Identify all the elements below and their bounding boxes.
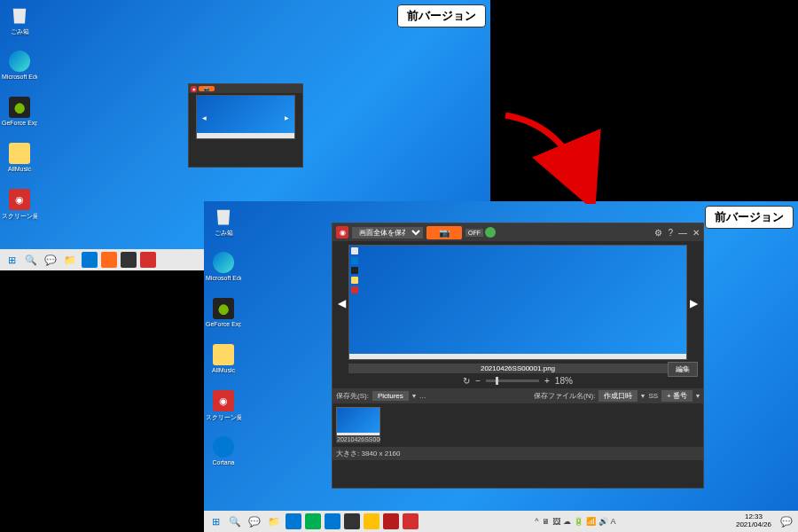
taskbar-app[interactable] xyxy=(286,513,301,529)
taskbar[interactable]: ⊞🔍💬📁^🖥🖼☁🔋📶🔊A12:332021/04/26💬 xyxy=(204,511,798,532)
desktop-icons: ごみ箱Microsoft Edge⬤GeForce ExperienceAllM… xyxy=(208,206,239,475)
desktop-icon-trash[interactable]: ごみ箱 xyxy=(4,4,35,43)
taskbar-app[interactable] xyxy=(305,513,321,529)
desktop-icon-cortana[interactable]: Cortana xyxy=(208,436,239,475)
taskbar-app[interactable] xyxy=(101,252,117,268)
prev-icon[interactable]: ◀ xyxy=(199,111,210,124)
taskbar-icon[interactable]: 🔍 xyxy=(227,513,243,529)
version-badge: 前バージョン xyxy=(705,206,794,229)
taskbar-app[interactable] xyxy=(140,252,156,268)
app-logo-icon: ◉ xyxy=(336,226,348,239)
taskbar-app[interactable] xyxy=(121,252,137,268)
preview-area: ◀ ▶ xyxy=(196,95,295,139)
desktop-icon-folder[interactable]: AllMusic xyxy=(208,344,239,383)
edit-button[interactable]: 編集 xyxy=(668,362,698,377)
taskbar-app[interactable] xyxy=(364,513,379,529)
record-icon xyxy=(485,227,496,238)
taskbar-app[interactable] xyxy=(325,513,340,529)
suffix-select[interactable]: + 番号 xyxy=(661,390,692,402)
app-titlebar[interactable]: ◉ 📷 xyxy=(189,84,302,93)
desktop-icon-edge[interactable]: Microsoft Edge xyxy=(208,252,239,291)
filename-label: 20210426SS00001.png xyxy=(348,364,687,373)
arrow-icon xyxy=(497,106,603,204)
clock[interactable]: 12:332021/04/26 xyxy=(732,513,775,529)
next-icon[interactable]: ▶ xyxy=(281,111,293,124)
desktop-icon-nvidia[interactable]: ⬤GeForce Experience xyxy=(4,97,35,136)
help-icon[interactable]: ? xyxy=(668,228,673,238)
version-badge: 前バージョン xyxy=(397,4,486,27)
next-icon[interactable]: ▶ xyxy=(686,293,701,313)
preview-area xyxy=(348,245,687,360)
desktop-icon-trash[interactable]: ごみ箱 xyxy=(208,206,239,245)
save-bar: 保存先(S): Pictures ▾… 保存ファイル名(N): 作成日時 ▾ S… xyxy=(332,388,703,403)
taskbar-app[interactable] xyxy=(82,252,98,268)
zoom-controls: ↻ − + 18% xyxy=(332,373,703,388)
taskbar-icon[interactable]: 📁 xyxy=(266,513,282,529)
zoom-out-icon[interactable]: − xyxy=(475,376,481,386)
screenshot-after: 前バージョン ごみ箱Microsoft Edge⬤GeForce Experie… xyxy=(204,201,798,532)
app-titlebar[interactable]: ◉ 画面全体を保存 📷 OFF ⚙ ? — ✕ xyxy=(332,223,703,241)
taskbar-app[interactable] xyxy=(403,513,419,529)
capture-button[interactable]: 📷 xyxy=(199,86,215,91)
desktop-icons: ごみ箱Microsoft Edge⬤GeForce ExperienceAllM… xyxy=(4,4,35,228)
zoom-in-icon[interactable]: + xyxy=(544,376,550,386)
taskbar-icon[interactable]: 📁 xyxy=(62,252,78,268)
thumbnail-strip: 20210426SS00001.png xyxy=(332,403,703,447)
gear-icon[interactable]: ⚙ xyxy=(654,228,662,238)
desktop-icon-nvidia[interactable]: ⬤GeForce Experience xyxy=(208,298,239,337)
prev-icon[interactable]: ◀ xyxy=(334,293,349,313)
taskbar-icon[interactable]: 💬 xyxy=(43,252,59,268)
taskbar-app[interactable] xyxy=(383,513,399,529)
minimize-icon[interactable]: — xyxy=(678,228,687,238)
zoom-slider[interactable] xyxy=(486,379,539,382)
zoom-pct: 18% xyxy=(555,376,573,386)
taskbar-icon[interactable]: 🔍 xyxy=(23,252,39,268)
capture-button[interactable]: 📷 xyxy=(426,226,462,239)
start-button[interactable]: ⊞ xyxy=(4,252,20,268)
system-tray[interactable]: ^🖥🖼☁🔋📶🔊A xyxy=(535,517,615,526)
filename-pattern-select[interactable]: 作成日時 xyxy=(598,390,638,402)
app-logo-icon: ◉ xyxy=(191,86,197,92)
desktop-icon-redapp[interactable]: ◉スクリーン撮影ツール xyxy=(208,390,239,429)
rotate-icon[interactable]: ↻ xyxy=(463,376,470,386)
taskbar-app[interactable] xyxy=(344,513,360,529)
desktop-icon-redapp[interactable]: ◉スクリーン撮影ツール xyxy=(4,189,35,228)
capture-app-window[interactable]: ◉ 📷 ◀ ▶ xyxy=(188,83,303,168)
start-button[interactable]: ⊞ xyxy=(207,513,223,529)
desktop-icon-folder[interactable]: AllMusic xyxy=(4,143,35,182)
capture-app-window[interactable]: ◉ 画面全体を保存 📷 OFF ⚙ ? — ✕ ◀ ▶ 20210426SS00… xyxy=(332,223,704,489)
status-bar: 大きさ: 3840 x 2160 xyxy=(332,447,703,460)
taskbar-icon[interactable]: 💬 xyxy=(246,513,262,529)
capture-mode-select[interactable]: 画面全体を保存 xyxy=(352,227,423,239)
record-toggle[interactable]: OFF xyxy=(466,227,496,238)
notifications-icon[interactable]: 💬 xyxy=(778,513,794,529)
thumbnail[interactable]: 20210426SS00001.png xyxy=(336,407,380,443)
save-dest-select[interactable]: Pictures xyxy=(372,391,409,401)
close-icon[interactable]: ✕ xyxy=(692,228,700,238)
desktop-icon-edge[interactable]: Microsoft Edge xyxy=(4,51,35,90)
